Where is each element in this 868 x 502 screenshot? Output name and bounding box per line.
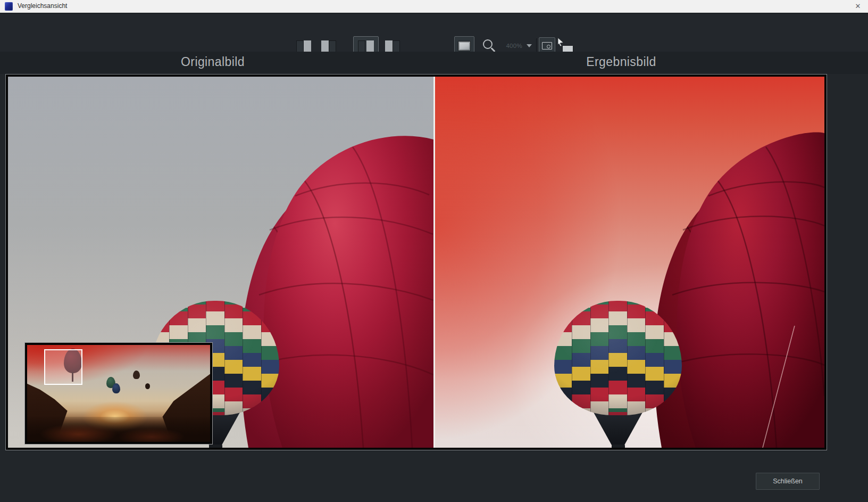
footer-bar: Schließen bbox=[0, 450, 868, 502]
toolbar: 400% bbox=[0, 13, 868, 52]
zoom-dropdown-icon[interactable] bbox=[527, 44, 532, 47]
split-light-right-icon bbox=[366, 40, 374, 53]
split-light-left-icon bbox=[385, 40, 393, 53]
window-title: Vergleichsansicht bbox=[18, 2, 67, 10]
minimap-image bbox=[27, 345, 210, 442]
comparison-viewer bbox=[5, 74, 827, 450]
balloon-front-lobe bbox=[677, 133, 824, 448]
comparison-window: Vergleichsansicht ✕ 400% bbox=[0, 0, 868, 502]
minimap-balloon-small bbox=[133, 371, 140, 379]
navigator-preview-icon bbox=[458, 41, 471, 51]
cursor-arrow-icon bbox=[557, 38, 564, 46]
window-close-icon[interactable]: ✕ bbox=[852, 1, 864, 12]
result-panel-label: Ergebnisbild bbox=[435, 55, 807, 69]
zoom-level-input[interactable]: 400% bbox=[499, 43, 522, 49]
result-image-panel[interactable] bbox=[435, 77, 824, 448]
original-panel-label: Originalbild bbox=[8, 55, 418, 69]
split-light-right-icon bbox=[304, 40, 311, 53]
minimap-viewport-rect[interactable] bbox=[44, 349, 82, 385]
split-dark-left-icon bbox=[358, 40, 365, 53]
balloon-basket bbox=[209, 445, 222, 448]
schliessen-button[interactable]: Schließen bbox=[756, 473, 820, 490]
image-preview-icon bbox=[542, 42, 552, 50]
minimap-balloon-tiny bbox=[145, 383, 150, 389]
split-light-left-icon bbox=[321, 40, 329, 53]
original-image-panel[interactable] bbox=[8, 77, 433, 448]
split-dark-right-icon bbox=[329, 40, 336, 53]
minimap-balloon-blue bbox=[112, 383, 120, 393]
minimap-foreground bbox=[27, 417, 210, 442]
balloon-basket bbox=[612, 445, 625, 448]
viewer-content bbox=[8, 77, 824, 448]
titlebar: Vergleichsansicht ✕ bbox=[0, 0, 868, 13]
magnifier-icon[interactable] bbox=[483, 39, 493, 49]
panel-labels-row: Originalbild Ergebnisbild bbox=[0, 52, 868, 74]
app-logo-icon bbox=[5, 2, 13, 11]
split-dark-left-icon bbox=[296, 40, 304, 53]
navigator-minimap[interactable] bbox=[24, 342, 213, 445]
split-dark-right-icon bbox=[393, 40, 400, 53]
